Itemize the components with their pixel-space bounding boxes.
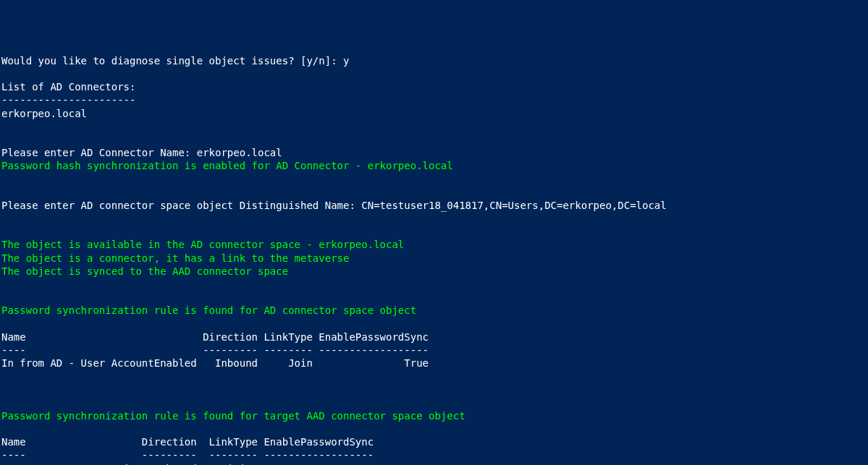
terminal-line-30: ---- --------- -------- ----------------… [1,448,867,461]
terminal-line-22: ---- --------- -------- ----------------… [1,344,867,357]
terminal-line-31: Out to AAD - User Join Outbound Provisio… [1,462,867,465]
terminal-line-1 [1,67,867,80]
terminal-line-0: Would you like to diagnose single object… [1,54,867,67]
terminal-line-7: Please enter AD Connector Name: erkorpeo… [1,146,867,159]
terminal-line-5 [1,120,867,133]
terminal-line-2: List of AD Connectors: [1,80,867,93]
terminal-line-12 [1,212,867,225]
terminal-line-20 [1,317,867,330]
terminal-line-4: erkorpeo.local [1,107,867,120]
terminal-line-24 [1,370,867,383]
terminal-line-26 [1,396,867,409]
terminal-line-21: Name Direction LinkType EnablePasswordSy… [1,330,867,344]
terminal-output: Would you like to diagnose single object… [1,54,867,465]
terminal-line-19: Password synchronization rule is found f… [1,304,867,317]
terminal-line-25 [1,383,867,396]
terminal-line-14: The object is available in the AD connec… [1,238,867,251]
terminal-line-15: The object is a connector, it has a link… [1,252,867,265]
terminal-line-9 [1,172,867,185]
terminal-line-10 [1,186,867,199]
terminal-line-6 [1,133,867,146]
terminal-line-8: Password hash synchronization is enabled… [1,159,867,172]
terminal-line-11: Please enter AD connector space object D… [1,199,867,212]
terminal-line-16: The object is synced to the AAD connecto… [1,265,867,278]
terminal-line-29: Name Direction LinkType EnablePasswordSy… [1,435,867,448]
terminal-line-3: ---------------------- [1,93,867,106]
terminal-line-27: Password synchronization rule is found f… [1,409,867,422]
terminal-line-23: In from AD - User AccountEnabled Inbound… [1,357,867,370]
terminal-line-18 [1,291,867,304]
terminal-line-13 [1,225,867,238]
terminal-line-17 [1,278,867,291]
terminal-line-28 [1,422,867,435]
